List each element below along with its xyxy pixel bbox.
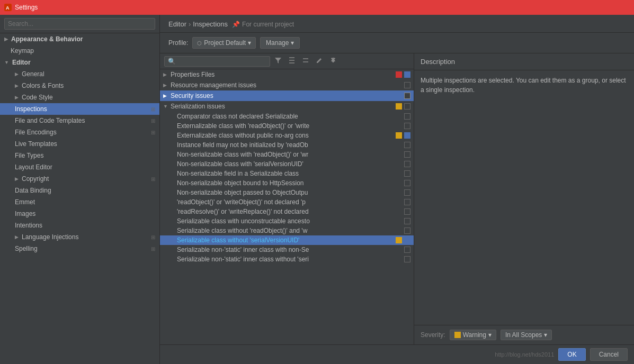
profile-label: Profile: [168, 39, 188, 47]
svg-marker-2 [275, 58, 281, 63]
sidebar-item-intentions[interactable]: Intentions [0, 220, 159, 231]
sidebar-item-colors-fonts[interactable]: ▶ Colors & Fonts [0, 80, 159, 92]
checkbox[interactable] [404, 103, 410, 110]
sidebar-item-copyright[interactable]: ▶ Copyright ⊞ [0, 173, 159, 185]
app-icon: A [4, 4, 12, 11]
profile-select[interactable]: ⬡ Project Default ▾ [192, 37, 256, 49]
leaf-row-serial-nonstatic-inner[interactable]: Serializable non-'static' inner class wi… [160, 245, 414, 254]
group-row-serialization[interactable]: ▼ Serialization issues [160, 101, 414, 112]
checkbox[interactable] [404, 218, 410, 224]
checkbox[interactable] [404, 71, 410, 78]
sidebar-item-keymap[interactable]: Keymap [0, 45, 159, 57]
group-label: Properties Files [171, 71, 394, 78]
sidebar-item-appearance[interactable]: ▶ Appearance & Behavior [0, 33, 159, 45]
sidebar-item-live-templates[interactable]: Live Templates [0, 138, 159, 150]
leaf-row-nonserial-objectoutput[interactable]: Non-serializable object passed to Object… [160, 188, 414, 197]
edit-button[interactable] [314, 56, 325, 67]
checkbox[interactable] [404, 228, 410, 234]
sidebar-item-file-encodings[interactable]: File Encodings ⊞ [0, 126, 159, 138]
leaf-row-nonserial-httpsession[interactable]: Non-serializable object bound to HttpSes… [160, 178, 414, 188]
sidebar-search-input[interactable] [4, 18, 155, 30]
sidebar-icon-file-enc: ⊞ [151, 130, 155, 135]
leaf-row-nonserial-field[interactable]: Non-serializable field in a Serializable… [160, 169, 414, 178]
description-text: Multiple inspections are selected. You c… [421, 77, 626, 94]
sidebar-item-label: Code Style [22, 94, 53, 101]
checkbox[interactable] [404, 132, 410, 139]
checkbox[interactable] [404, 237, 410, 243]
breadcrumb-editor: Editor [168, 20, 186, 28]
leaf-row-instance-field[interactable]: Instance field may not be initialized by… [160, 140, 414, 150]
group-row-security-issues[interactable]: ▶ Security issues [160, 90, 414, 101]
sidebar-icon-spelling: ⊞ [151, 246, 155, 252]
sidebar-item-lang-injections[interactable]: ▶ Language Injections ⊞ [0, 231, 159, 243]
sidebar-item-layout-editor[interactable]: Layout Editor [0, 161, 159, 173]
checkbox[interactable] [404, 208, 410, 215]
leaf-row-serial-unconstructable[interactable]: Serializable class with unconstructable … [160, 216, 414, 226]
checkbox[interactable] [404, 151, 410, 158]
sidebar-item-images[interactable]: Images [0, 208, 159, 220]
sidebar-item-file-code-templates[interactable]: File and Code Templates ⊞ [0, 115, 159, 126]
leaf-row-readobject-not-declared[interactable]: 'readObject()' or 'writeObject()' not de… [160, 197, 414, 207]
sidebar-item-general[interactable]: ▶ General [0, 68, 159, 80]
scope-select[interactable]: In All Scopes ▾ [501, 330, 552, 340]
sidebar-item-label: Emmet [15, 198, 35, 206]
group-row-properties-files[interactable]: ▶ Properties Files [160, 69, 414, 80]
leaf-row-comparator[interactable]: Comparator class not declared Serializab… [160, 112, 414, 121]
sidebar-item-label: Intentions [15, 222, 42, 229]
sidebar-item-file-types[interactable]: File Types [0, 150, 159, 161]
leaf-row-externalizable-noarg[interactable]: Externalizable class without public no-a… [160, 131, 414, 140]
arrow-icon: ▶ [15, 176, 19, 181]
leaf-row-serial-without-readobject[interactable]: Serializable class without 'readObject()… [160, 226, 414, 235]
manage-button[interactable]: Manage ▾ [260, 37, 300, 49]
leaf-row-externalizable-readobject[interactable]: Externalizable class with 'readObject()'… [160, 121, 414, 131]
sidebar-item-label: Spelling [15, 245, 38, 252]
inspections-list: ▶ Properties Files ▶ Resource management… [160, 69, 414, 344]
sidebar-item-code-style[interactable]: ▶ Code Style [0, 92, 159, 103]
filter-button[interactable] [272, 56, 284, 67]
sidebar-item-data-binding[interactable]: Data Binding [0, 185, 159, 196]
checkbox[interactable] [404, 256, 410, 262]
severity-select[interactable]: Warning ▾ [450, 330, 496, 340]
group-row-resource-mgmt[interactable]: ▶ Resource management issues [160, 80, 414, 90]
sidebar-item-label: Layout Editor [15, 163, 52, 171]
checkbox[interactable] [404, 199, 410, 205]
collapse-all-button[interactable] [300, 56, 311, 67]
checkbox[interactable] [404, 180, 410, 186]
checkbox[interactable] [404, 189, 410, 196]
settings-button[interactable] [327, 56, 339, 67]
leaf-row-readresolve-not-declared[interactable]: 'readResolve()' or 'writeReplace()' not … [160, 207, 414, 216]
sidebar-item-label: Keymap [11, 47, 34, 54]
checkbox[interactable] [404, 123, 410, 129]
ok-button[interactable]: OK [558, 348, 585, 361]
checkbox[interactable] [404, 93, 410, 99]
checkbox[interactable] [404, 161, 410, 167]
description-panel: Description Multiple inspections are sel… [414, 53, 634, 344]
sidebar-item-spelling[interactable]: Spelling ⊞ [0, 243, 159, 254]
checkbox[interactable] [404, 247, 410, 253]
leaf-row-nonserial-versionuid[interactable]: Non-serializable class with 'serialVersi… [160, 159, 414, 169]
arrow-icon: ▶ [163, 83, 168, 88]
cancel-button[interactable]: Cancel [590, 348, 628, 361]
checkbox[interactable] [404, 170, 410, 177]
leaf-label: Non-serializable class with 'readObject(… [177, 151, 402, 158]
manage-dropdown-icon: ▾ [291, 39, 294, 47]
badge-yellow [396, 132, 402, 139]
leaf-row-nonserial-readobject[interactable]: Non-serializable class with 'readObject(… [160, 150, 414, 159]
checkbox[interactable] [404, 82, 410, 88]
badge-yellow [396, 237, 402, 243]
expand-all-button[interactable] [286, 56, 298, 67]
leaf-row-serial-versionuid[interactable]: Serializable class without 'serialVersio… [160, 235, 414, 245]
pin-icon: 📌 [232, 21, 240, 28]
sidebar-icon-inspections: ⊞ [151, 106, 155, 112]
leaf-label: Non-serializable object passed to Object… [177, 189, 402, 196]
checkbox[interactable] [404, 142, 410, 148]
sidebar-item-label: Data Binding [15, 187, 51, 194]
bottom-bar: http://blog.net/hds2011 OK Cancel [160, 344, 634, 364]
inspections-search-input[interactable] [164, 56, 270, 67]
checkbox[interactable] [404, 113, 410, 120]
sidebar-item-emmet[interactable]: Emmet [0, 196, 159, 208]
leaf-row-serial-nonstatic-inner2[interactable]: Serializable non-'static' inner class wi… [160, 254, 414, 264]
sidebar-item-inspections[interactable]: Inspections ⊞ [0, 103, 159, 115]
profile-row: Profile: ⬡ Project Default ▾ Manage ▾ [160, 33, 634, 53]
sidebar-item-editor[interactable]: ▼ Editor [0, 57, 159, 68]
